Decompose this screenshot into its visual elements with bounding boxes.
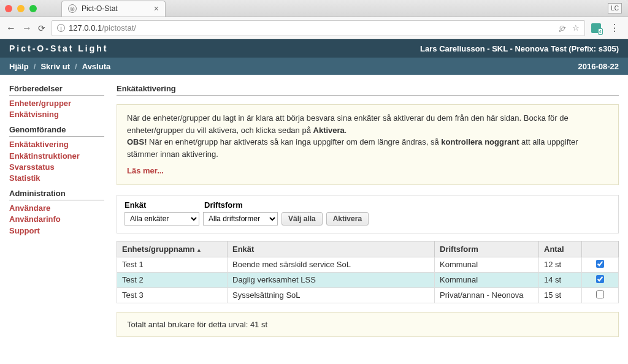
col-check (582, 241, 619, 257)
row-checkbox[interactable] (596, 260, 604, 268)
url-host: 127.0.0.1 (69, 23, 102, 32)
table-cell: Daglig verksamhet LSS (228, 272, 435, 287)
back-button[interactable]: ← (6, 23, 16, 34)
col-name[interactable]: Enhets/gruppnamn (117, 241, 228, 257)
col-enkat[interactable]: Enkät (228, 241, 435, 257)
main-content: Enkätaktivering När de enheter/grupper d… (117, 84, 619, 355)
col-antal[interactable]: Antal (539, 241, 582, 257)
minimize-window-button[interactable] (17, 5, 25, 12)
sidebar-link[interactable]: Enkätaktivering (9, 139, 104, 150)
sidebar-link[interactable]: Användare (9, 203, 104, 214)
user-context: Lars Careliusson - SKL - Neonova Test (P… (420, 44, 619, 53)
menu-logout[interactable]: Avsluta (82, 62, 110, 71)
browser-toolbar: ← → ⟳ i 127.0.0.1/pictostat/ ⌮ ☆ ⋮ (0, 17, 628, 39)
reload-button[interactable]: ⟳ (38, 23, 45, 33)
table-row[interactable]: Test 3Sysselsättning SoLPrivat/annan - N… (117, 287, 619, 303)
menu-help[interactable]: Hjälp (9, 62, 29, 71)
sidebar-section-title: Administration (9, 189, 104, 200)
table-cell: Kommunal (435, 257, 539, 272)
driftsform-select[interactable]: Alla driftsformer (203, 212, 278, 226)
row-checkbox[interactable] (596, 290, 604, 298)
window-titlebar: ◎ Pict-O-Stat × LC (0, 0, 628, 17)
summary-box: Totalt antal brukare för detta urval: 41… (117, 312, 619, 337)
autofill-icon[interactable]: ⌮ (558, 23, 566, 32)
app-header: Pict-O-Stat Light Lars Careliusson - SKL… (0, 39, 628, 58)
table-cell: 12 st (539, 257, 582, 272)
bookmark-icon[interactable]: ☆ (572, 23, 580, 32)
sidebar-link[interactable]: Enkätinstruktioner (9, 151, 104, 162)
row-checkbox[interactable] (596, 275, 604, 283)
close-window-button[interactable] (5, 5, 12, 12)
forward-button[interactable]: → (22, 23, 32, 34)
col-drift[interactable]: Driftsform (435, 241, 539, 257)
profile-badge[interactable]: LC (608, 3, 622, 13)
table-cell: 14 st (539, 272, 582, 287)
sidebar-link[interactable]: Enheter/grupper (9, 98, 104, 109)
units-table: Enhets/gruppnamn Enkät Driftsform Antal … (117, 241, 619, 303)
sidebar-link[interactable]: Svarsstatus (9, 162, 104, 173)
menu-print[interactable]: Skriv ut (40, 62, 70, 71)
table-cell: Kommunal (435, 272, 539, 287)
app-menubar: Hjälp / Skriv ut / Avsluta 2016-08-22 (0, 58, 628, 75)
table-cell-checkbox (582, 272, 619, 287)
info-icon[interactable]: i (57, 24, 65, 32)
sidebar-link[interactable]: Statistik (9, 173, 104, 184)
info-box: När de enheter/grupper du lagt in är kla… (117, 104, 619, 185)
table-row[interactable]: Test 2Daglig verksamhet LSSKommunal14 st (117, 272, 619, 287)
filter-label-enkat: Enkät (124, 200, 204, 210)
table-row[interactable]: Test 1Boende med särskild service SoLKom… (117, 257, 619, 272)
sidebar-link[interactable]: Enkätvisning (9, 109, 104, 120)
filter-bar: Enkät Driftsform Alla enkäter Alla drift… (117, 195, 619, 233)
table-cell-checkbox (582, 287, 619, 303)
sidebar-link[interactable]: Support (9, 226, 104, 237)
browser-tab[interactable]: ◎ Pict-O-Stat × (61, 1, 166, 17)
address-bar[interactable]: i 127.0.0.1/pictostat/ ⌮ ☆ (52, 20, 585, 36)
table-cell: Test 1 (117, 257, 228, 272)
maximize-window-button[interactable] (29, 5, 37, 12)
app-title: Pict-O-Stat Light (9, 44, 108, 53)
table-cell: Privat/annan - Neonova (435, 287, 539, 303)
enkat-select[interactable]: Alla enkäter (124, 212, 199, 226)
sidebar-section-title: Genomförande (9, 125, 104, 137)
menubar-date: 2016-08-22 (578, 62, 619, 71)
table-cell: 15 st (539, 287, 582, 303)
filter-label-driftsform: Driftsform (204, 200, 243, 210)
tab-close-icon[interactable]: × (154, 4, 159, 13)
browser-menu-button[interactable]: ⋮ (607, 22, 622, 34)
activate-button[interactable]: Aktivera (326, 212, 369, 226)
extension-icon[interactable] (591, 23, 601, 33)
table-cell-checkbox (582, 257, 619, 272)
table-cell: Sysselsättning SoL (228, 287, 435, 303)
table-cell: Boende med särskild service SoL (228, 257, 435, 272)
page-title: Enkätaktivering (117, 84, 619, 96)
table-cell: Test 2 (117, 272, 228, 287)
tab-title: Pict-O-Stat (82, 4, 118, 13)
sidebar-link[interactable]: Användarinfo (9, 214, 104, 225)
sidebar: FörberedelserEnheter/grupperEnkätvisning… (9, 84, 104, 355)
url-path: /pictostat/ (102, 23, 136, 32)
select-all-button[interactable]: Välj alla (281, 212, 323, 226)
table-cell: Test 3 (117, 287, 228, 303)
tab-favicon: ◎ (68, 4, 77, 13)
read-more-link[interactable]: Läs mer... (127, 165, 164, 177)
sidebar-section-title: Förberedelser (9, 84, 104, 96)
